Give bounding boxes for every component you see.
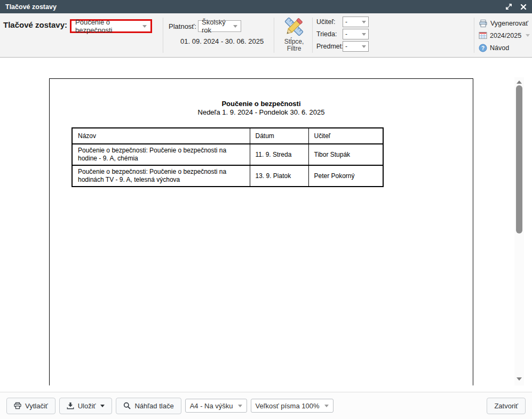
report-select-label: Tlačové zostavy: [3,20,67,29]
table-cell-name: Poučenie o bezpečnosti: Poučenie o bezpe… [72,144,250,165]
close-label: Zatvoriť [494,402,518,410]
class-filter-label: Trieda: [316,30,343,38]
chevron-down-icon [526,34,530,37]
subject-filter-value: - [345,43,347,50]
report-toolbar: Tlačové zostavy: Poučenie o bezpečnosti … [0,13,532,58]
printer-icon [479,19,488,28]
table-cell-teacher: Tibor Stupák [308,144,383,165]
generate-button[interactable]: Vygenerovať [479,17,530,29]
save-button[interactable]: Uložiť [59,398,113,414]
vertical-scrollbar[interactable] [514,77,524,385]
columns-filters-label-line1: Stĺpce, [278,38,310,45]
toolbar-separator [474,18,474,53]
question-icon: ? [479,44,487,52]
filter-selects: Učiteľ: - Trieda: - Predmet: - [316,17,369,53]
toolbar-actions: Vygenerovať 2024/2025 ? Návod [479,17,530,54]
validity-label: Platnosť: [169,22,196,30]
columns-filters-button[interactable]: Stĺpce, Filtre [278,15,310,52]
class-filter-row: Trieda: - [316,29,369,39]
titlebar-controls [505,3,527,10]
chevron-down-icon [100,405,105,407]
table-row: Poučenie o bezpečnosti: Poučenie o bezpe… [72,144,383,165]
report-preview-area: Poučenie o bezpečnosti Nedeľa 1. 9. 2024… [0,58,532,385]
report-page: Poučenie o bezpečnosti Nedeľa 1. 9. 2024… [49,78,473,385]
teacher-filter-select[interactable]: - [343,17,369,27]
table-cell-name: Poučenie o bezpečnosti: Poučenie o bezpe… [72,165,250,187]
table-row: Poučenie o bezpečnosti: Poučenie o bezpe… [72,165,383,187]
magnifier-icon [123,402,131,409]
print-preview-button[interactable]: Náhľad tlače [116,398,181,414]
chevron-down-icon [362,21,366,23]
subject-filter-label: Predmet: [316,43,343,50]
close-button[interactable]: Zatvoriť [487,398,526,414]
calendar-icon [479,31,487,39]
class-filter-select[interactable]: - [343,29,369,39]
print-preview-label: Náhľad tlače [134,402,173,410]
subject-filter-select[interactable]: - [343,41,369,52]
report-select-value: Poučenie o bezpečnosti [75,18,142,34]
class-filter-value: - [345,30,347,38]
table-header-name: Názov [72,128,250,144]
chevron-down-icon [324,405,329,407]
validity-select[interactable]: Školský rok [198,20,241,32]
toolbar-separator [274,18,274,53]
toolbar-separator [312,18,313,53]
report-select[interactable]: Poučenie o bezpečnosti [70,19,152,33]
table-cell-date: 13. 9. Piatok [250,165,308,187]
teacher-filter-row: Učiteľ: - [316,17,369,27]
generate-label: Vygenerovať [490,20,528,27]
font-size-value: Veľkosť písma 100% [256,402,320,410]
dialog-footer: Vytlačiť Uložiť Náhľad tlače A4 - Na výš… [0,392,532,419]
paper-format-value: A4 - Na výšku [190,402,233,410]
save-label: Uložiť [78,402,96,410]
printer-icon [14,402,21,409]
dialog-title: Tlačové zostavy [5,3,57,11]
print-button[interactable]: Vytlačiť [6,398,55,414]
chevron-down-icon [362,45,366,48]
chevron-down-icon [238,405,242,407]
report-table: Názov Dátum Učiteľ Poučenie o bezpečnost… [72,127,384,187]
print-label: Vytlačiť [25,402,48,410]
help-button[interactable]: ? Návod [479,42,530,54]
dialog-titlebar: Tlačové zostavy [0,0,532,13]
school-year-select[interactable]: 2024/2025 [479,29,530,42]
paper-format-select[interactable]: A4 - Na výšku [185,399,247,413]
pencil-ruler-icon [283,15,305,38]
teacher-filter-label: Učiteľ: [316,18,343,26]
table-cell-date: 11. 9. Streda [250,144,308,165]
chevron-down-icon [362,33,366,36]
date-range-text: 01. 09. 2024 - 30. 06. 2025 [180,37,264,45]
report-subtitle: Nedeľa 1. 9. 2024 - Pondelok 30. 6. 2025 [50,108,473,116]
close-icon[interactable] [520,4,527,10]
expand-icon[interactable] [505,3,512,10]
font-size-select[interactable]: Veľkosť písma 100% [251,399,334,413]
scroll-down-arrow-icon[interactable] [517,377,522,381]
table-header-row: Názov Dátum Učiteľ [72,128,383,144]
table-cell-teacher: Peter Pokorný [308,165,383,187]
chevron-down-icon [233,25,237,28]
svg-text:?: ? [481,45,485,51]
validity-select-value: Školský rok [202,18,233,34]
download-icon [67,402,74,409]
columns-filters-label-line2: Filtre [278,45,310,52]
table-header-date: Dátum [250,128,308,144]
report-title: Poučenie o bezpečnosti [50,100,473,108]
subject-filter-row: Predmet: - [316,41,369,52]
help-label: Návod [490,44,509,52]
scrollbar-thumb[interactable] [516,85,522,233]
toolbar-separator [163,18,163,53]
table-header-teacher: Učiteľ [308,128,383,144]
teacher-filter-value: - [345,18,347,26]
chevron-down-icon [142,25,147,28]
scroll-up-arrow-icon[interactable] [517,80,522,84]
school-year-value: 2024/2025 [490,32,521,39]
